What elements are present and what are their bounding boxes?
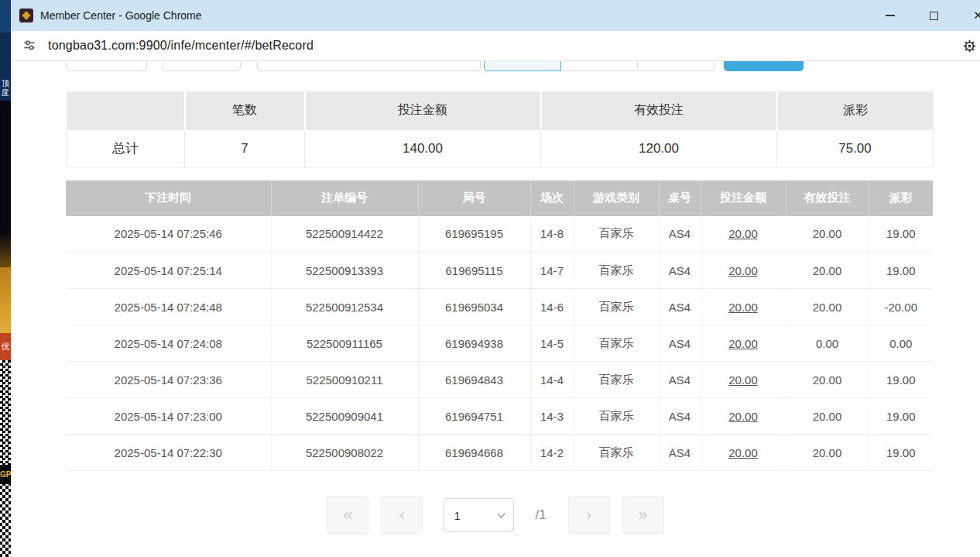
table-row: 2025-05-14 07:22:30 522500908022 6196946…: [66, 435, 933, 471]
toolbar-tab-2[interactable]: [560, 61, 638, 71]
background-site-strip: 顶度 优 GP: [0, 0, 11, 557]
gear-icon[interactable]: [962, 39, 977, 53]
close-icon: ✕: [973, 9, 980, 22]
cell-game-type: 百家乐: [574, 362, 659, 398]
cell-bet-time: 2025-05-14 07:23:36: [66, 362, 271, 398]
summary-header-payout: 派彩: [777, 91, 934, 129]
cell-round-no: 619694843: [418, 362, 530, 398]
cell-valid-bet: 0.00: [786, 325, 869, 362]
toolbar-button-1[interactable]: [66, 61, 147, 71]
cell-payout: 0.00: [869, 325, 933, 362]
minimize-icon: [886, 15, 895, 16]
toolbar-tab-3[interactable]: [637, 61, 714, 71]
cell-valid-bet: 20.00: [786, 398, 869, 435]
pagination: « ‹ 1 /1 › »: [11, 496, 980, 535]
chevron-left-icon: ‹: [399, 505, 405, 525]
minimize-button[interactable]: [868, 0, 912, 31]
cell-table-no: AS4: [659, 398, 701, 435]
filter-toolbar-clipped: [11, 61, 980, 71]
summary-total-row: 总计 7 140.00 120.00 75.00: [67, 129, 934, 167]
bet-amount-link[interactable]: 20.00: [701, 435, 786, 471]
cell-table-no: AS4: [659, 253, 701, 289]
toolbar-button-2[interactable]: [163, 61, 241, 71]
bet-amount-link[interactable]: 20.00: [701, 253, 786, 289]
strip-segment: [0, 267, 11, 333]
cell-bet-id: 522500910211: [271, 362, 418, 398]
toolbar-search-input[interactable]: [257, 61, 481, 71]
cell-payout: 19.00: [869, 435, 933, 471]
window-title: Member Center - Google Chrome: [40, 9, 202, 22]
maximize-button[interactable]: [912, 0, 956, 31]
prev-page-button[interactable]: ‹: [381, 496, 423, 535]
next-page-button[interactable]: ›: [568, 496, 610, 535]
cell-table-no: AS4: [659, 325, 701, 362]
summary-total-payout: 75.00: [777, 129, 934, 167]
bet-amount-link[interactable]: 20.00: [701, 398, 786, 435]
cell-session: 14-2: [530, 435, 574, 471]
summary-header-valid-bet: 有效投注: [541, 91, 777, 129]
col-bet-id: 注单编号: [271, 181, 418, 216]
summary-header-count: 笔数: [185, 91, 305, 129]
close-button[interactable]: ✕: [956, 0, 980, 31]
cell-table-no: AS4: [659, 435, 701, 471]
page-select-wrap: 1: [444, 498, 514, 532]
cell-session: 14-8: [530, 216, 574, 253]
strip-segment: [0, 232, 11, 267]
cell-game-type: 百家乐: [574, 289, 659, 325]
cell-bet-time: 2025-05-14 07:22:30: [66, 435, 271, 471]
cell-payout: 19.00: [869, 362, 933, 398]
summary-total-label: 总计: [67, 129, 185, 167]
cell-payout-negative: -20.00: [869, 289, 933, 325]
cell-bet-time: 2025-05-14 07:24:48: [66, 289, 271, 325]
bet-amount-link[interactable]: 20.00: [701, 216, 786, 253]
cell-bet-time: 2025-05-14 07:23:00: [66, 398, 271, 435]
cell-bet-time: 2025-05-14 07:25:14: [66, 253, 271, 289]
col-bet-time: 下注时间: [66, 181, 271, 216]
table-row: 2025-05-14 07:25:14 522500913393 6196951…: [66, 253, 933, 289]
strip-segment: [0, 101, 11, 232]
cell-session: 14-6: [530, 289, 574, 325]
double-right-icon: »: [638, 505, 647, 525]
col-game-type: 游戏类别: [574, 181, 659, 216]
cell-session: 14-4: [530, 362, 574, 398]
cell-valid-bet: 20.00: [786, 362, 869, 398]
cell-bet-time: 2025-05-14 07:24:08: [66, 325, 271, 362]
table-row: 2025-05-14 07:23:36 522500910211 6196948…: [66, 362, 933, 398]
strip-segment: [0, 0, 11, 33]
table-row: 2025-05-14 07:25:46 522500914422 6196951…: [66, 216, 933, 253]
cell-valid-bet: 20.00: [786, 253, 869, 289]
summary-header-bet-amount: 投注金额: [305, 91, 541, 129]
toolbar-tab-1[interactable]: [484, 61, 561, 71]
bet-amount-link[interactable]: 20.00: [701, 289, 786, 325]
page-select[interactable]: 1: [444, 498, 514, 532]
maximize-icon: [930, 12, 938, 20]
col-bet-amount: 投注金额: [701, 181, 786, 216]
cell-round-no: 619695034: [418, 289, 530, 325]
strip-label-mid: 优: [0, 333, 11, 360]
address-bar: tongbao31.com:9900/infe/mcenter/#/betRec…: [11, 31, 980, 61]
summary-table: 笔数 投注金额 有效投注 派彩 总计 7 140.00 120.00 75.00: [66, 91, 934, 168]
first-page-button[interactable]: «: [327, 496, 368, 535]
bet-amount-link[interactable]: 20.00: [701, 362, 786, 398]
bet-table-header-row: 下注时间 注单编号 局号 场次 游戏类别 桌号 投注金额 有效投注 派彩: [66, 181, 933, 216]
cell-valid-bet: 20.00: [786, 216, 869, 253]
cell-bet-id: 522500913393: [271, 253, 418, 289]
cell-game-type: 百家乐: [574, 253, 659, 289]
cell-bet-id: 522500912534: [271, 289, 418, 325]
last-page-button[interactable]: »: [622, 496, 664, 535]
toolbar-search-button[interactable]: [724, 61, 804, 71]
cell-table-no: AS4: [659, 289, 701, 325]
site-settings-tune-icon[interactable]: [22, 38, 37, 53]
cell-round-no: 619695115: [418, 253, 530, 289]
cell-game-type: 百家乐: [574, 398, 659, 435]
url-omnibox[interactable]: tongbao31.com:9900/infe/mcenter/#/betRec…: [48, 39, 314, 53]
cell-bet-id: 522500908022: [271, 435, 418, 471]
col-session: 场次: [530, 181, 574, 216]
toolbar-tab-group: [484, 61, 714, 71]
page-total-label: /1: [535, 507, 546, 523]
cell-game-type: 百家乐: [574, 435, 659, 471]
window-title-bar: Member Center - Google Chrome ✕: [11, 0, 980, 31]
strip-segment: [0, 33, 11, 79]
bet-amount-link[interactable]: 20.00: [701, 325, 786, 362]
summary-total-bet-amount: 140.00: [305, 129, 541, 167]
